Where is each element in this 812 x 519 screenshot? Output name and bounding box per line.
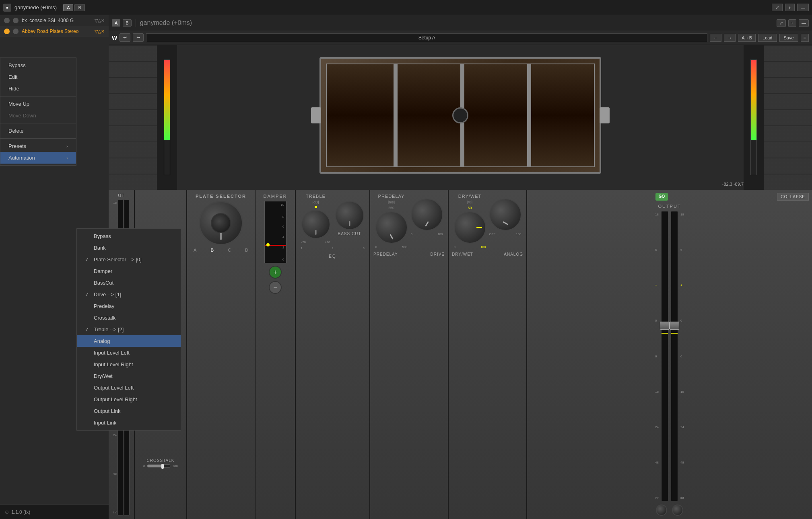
plugin-strip: bx_console SSL 4000 G ▽△✕ Abbey Road Pla… [0, 15, 109, 37]
analog-max: 100 [516, 232, 521, 236]
output-label: OUTPUT [658, 204, 681, 209]
plate-bar-1 [394, 64, 398, 166]
output-knob-right[interactable] [672, 505, 683, 516]
plugin-row-abbey-road[interactable]: Abbey Road Plates Stereo ▽△✕ [0, 26, 109, 37]
menu-move-up[interactable]: Move Up [0, 98, 76, 110]
submenu-input-level-left-label: Input Level Left [94, 350, 130, 356]
global-tab-a[interactable]: A [63, 4, 73, 11]
submenu-output-level-left[interactable]: Output Level Left [77, 382, 181, 394]
drive-knob[interactable] [411, 199, 443, 231]
output-knob-left[interactable] [656, 505, 667, 516]
plugin-row-bx-console[interactable]: bx_console SSL 4000 G ▽△✕ [0, 15, 109, 26]
menu-automation-label: Automation [8, 155, 35, 161]
plugin-controls-bx[interactable]: ▽△✕ [95, 18, 105, 23]
output-fader-left-handle[interactable] [660, 322, 670, 330]
plugin-controls-abbey[interactable]: ▽△✕ [95, 29, 105, 34]
menu-dots-button[interactable]: ≡ [801, 34, 809, 42]
damper-minus-button[interactable]: − [269, 281, 282, 294]
nav-left-button[interactable]: ← [710, 34, 721, 42]
reverb-visual-area: -82.3 -89.7 [109, 45, 812, 190]
predelay-scale-top: 250 [388, 206, 394, 210]
minus-button[interactable]: — [799, 19, 809, 27]
global-tab-b[interactable]: B [74, 4, 84, 11]
meter-10: 10 [281, 203, 284, 207]
menu-automation[interactable]: Automation › [0, 152, 76, 164]
clock-icon-abbey [13, 29, 19, 34]
setup-name-text: Setup A [418, 35, 435, 41]
tab-a-button[interactable]: A [112, 19, 120, 27]
global-minus-btn[interactable]: — [797, 4, 809, 11]
drywet-knob[interactable] [454, 211, 486, 244]
predelay-drive-row: PREDELAY [ms] 250 0 500 [375, 194, 443, 249]
crosstalk-handle[interactable] [161, 464, 164, 469]
submenu-basscut[interactable]: BassCut [77, 277, 181, 289]
submenu-drive[interactable]: ✓ Drive --> [1] [77, 289, 181, 300]
predelay-label: PREDELAY [378, 194, 405, 199]
ab-copy-button[interactable]: A→B [738, 34, 756, 42]
output-fader-left[interactable] [661, 211, 668, 501]
knob-indicator [220, 232, 222, 240]
app-logo-icon: ■ [6, 6, 8, 10]
submenu-input-level-left[interactable]: Input Level Left [77, 347, 181, 359]
output-level-indicator-r [671, 333, 678, 334]
predelay-knob[interactable] [375, 211, 408, 244]
menu-presets[interactable]: Presets › [0, 140, 76, 152]
menu-move-down-label: Move Down [8, 113, 36, 119]
submenu-output-level-right[interactable]: Output Level Right [77, 394, 181, 405]
menu-bypass[interactable]: Bypass [0, 59, 76, 71]
plugin-main-area: A B ganymede (+0ms) ⤢ + — W ↩ ↪ Setup A … [109, 15, 812, 519]
analog-knob[interactable] [489, 199, 521, 231]
global-topbar-right: ⤢ + — [772, 4, 809, 11]
submenu-output-link[interactable]: Output Link [77, 405, 181, 417]
plus-button[interactable]: + [788, 19, 796, 27]
expand-button[interactable]: ⤢ [777, 19, 786, 27]
redo-button[interactable]: ↪ [133, 33, 144, 42]
output-fader-right[interactable] [671, 211, 678, 501]
meter-2: 2 [282, 246, 284, 249]
basscut-knob[interactable] [335, 201, 364, 230]
global-expand-btn[interactable]: ⤢ [772, 4, 783, 11]
global-plus-btn[interactable]: + [785, 4, 795, 11]
submenu-input-link[interactable]: Input Link [77, 417, 181, 429]
plate-spring-right [600, 107, 610, 123]
menu-edit[interactable]: Edit [0, 71, 76, 83]
check-plate-selector: ✓ [85, 257, 91, 263]
output-level-indicator-l [662, 333, 668, 334]
menu-presets-label: Presets [8, 143, 26, 149]
go-badge[interactable]: GO [655, 193, 668, 201]
version-label: 1.1.0 (fx) [11, 509, 30, 515]
tab-b-button[interactable]: B [123, 19, 131, 27]
output-fader-right-handle[interactable] [670, 322, 679, 330]
output-scale-right: 18 6 + 0 6 18 24 48 inf [680, 211, 684, 501]
menu-hide[interactable]: Hide [0, 83, 76, 94]
nav-right-button[interactable]: → [724, 34, 736, 42]
submenu-bank[interactable]: Bank [77, 242, 181, 254]
plugin-name-abbey: Abbey Road Plates Stereo [22, 29, 91, 34]
submenu-treble[interactable]: ✓ Treble --> [2] [77, 324, 181, 335]
submenu-drywet[interactable]: Dry/Wet [77, 370, 181, 382]
plate-selector-label: PLATE SELECTOR [196, 194, 246, 199]
damper-plus-button[interactable]: + [269, 266, 282, 279]
treble-knob[interactable] [301, 210, 330, 239]
crosstalk-slider-track[interactable] [147, 464, 171, 468]
submenu-plate-selector[interactable]: ✓ Plate Selector --> [0] [77, 254, 181, 265]
save-button[interactable]: Save [779, 34, 798, 42]
submenu-crosstalk[interactable]: Crosstalk [77, 312, 181, 324]
submenu-predelay[interactable]: Predelay [77, 300, 181, 312]
collapse-button[interactable]: COLLAPSE [777, 193, 809, 201]
menu-delete-label: Delete [8, 128, 24, 134]
load-button[interactable]: Load [758, 34, 777, 42]
damper-section: DAMPER 10 8 6 4 2 0 + − [256, 190, 296, 519]
submenu-analog[interactable]: Analog [77, 335, 181, 347]
input-fader-label: UT [118, 193, 125, 198]
treble-indicator-dot [315, 206, 317, 208]
submenu-bypass[interactable]: Bypass [77, 230, 181, 242]
drive-max: 100 [437, 232, 443, 236]
basscut-knob-indicator [349, 221, 350, 226]
menu-delete[interactable]: Delete [0, 125, 76, 137]
submenu-input-level-right[interactable]: Input Level Right [77, 359, 181, 370]
plate-letter-a: A [194, 248, 196, 252]
undo-button[interactable]: ↩ [120, 33, 130, 42]
plate-selector-knob[interactable] [199, 201, 243, 245]
submenu-damper[interactable]: Damper [77, 265, 181, 277]
